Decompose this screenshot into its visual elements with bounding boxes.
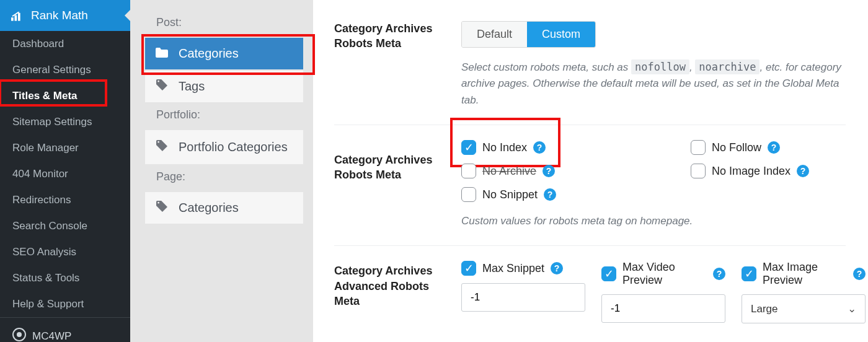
settings-sub-panel: Post: Categories Tags Portfolio: Portfol… bbox=[130, 0, 313, 342]
row-advanced-robots-meta: Category Archives Advanced Robots Meta ✓… bbox=[334, 246, 846, 340]
wp-admin-sidebar: Rank Math Dashboard General Settings Tit… bbox=[0, 0, 130, 342]
checkbox-icon: ✓ bbox=[461, 140, 476, 155]
tab-tags[interactable]: Tags bbox=[145, 71, 303, 102]
setting-description: Custom values for robots meta tag on hom… bbox=[461, 213, 846, 229]
help-icon[interactable]: ? bbox=[853, 268, 866, 280]
setting-label: Category Archives Robots Meta bbox=[334, 21, 443, 51]
setting-description: Select custom robots meta, such as nofol… bbox=[461, 59, 846, 108]
folder-icon bbox=[155, 46, 169, 61]
checkbox-icon bbox=[461, 187, 476, 202]
svg-rect-0 bbox=[11, 18, 14, 21]
code-noarchive: noarchive bbox=[695, 59, 760, 74]
seg-default[interactable]: Default bbox=[462, 22, 527, 47]
tag-icon bbox=[155, 201, 169, 215]
checkbox-nofollow[interactable]: No Follow ? bbox=[691, 140, 846, 155]
checkbox-nosnippet[interactable]: No Snippet ? bbox=[461, 187, 616, 202]
help-icon[interactable]: ? bbox=[533, 141, 546, 154]
sidebar-item-search-console[interactable]: Search Console bbox=[0, 213, 130, 239]
sidebar-header-label: Rank Math bbox=[31, 9, 88, 22]
tab-portfolio-categories[interactable]: Portfolio Categories bbox=[145, 130, 303, 164]
tab-page-categories[interactable]: Categories bbox=[145, 192, 303, 224]
checkbox-noimageindex[interactable]: No Image Index ? bbox=[691, 164, 846, 178]
mc4wp-icon bbox=[12, 328, 26, 342]
help-icon[interactable]: ? bbox=[544, 188, 556, 201]
chart-icon bbox=[11, 11, 25, 20]
help-icon[interactable]: ? bbox=[797, 165, 809, 177]
checkbox-icon: ✓ bbox=[742, 266, 756, 281]
robots-check-grid: ✓ No Index ? No Follow ? No Archive ? bbox=[461, 140, 846, 202]
code-nofollow: nofollow bbox=[631, 59, 689, 74]
sidebar-item-seo-analysis[interactable]: SEO Analysis bbox=[0, 239, 130, 265]
checkbox-icon: ✓ bbox=[601, 266, 616, 281]
col-max-snippet: ✓ Max Snippet ? bbox=[461, 261, 585, 312]
chevron-down-icon: ⌄ bbox=[848, 302, 856, 315]
sidebar-header-rankmath[interactable]: Rank Math bbox=[0, 0, 130, 31]
checkbox-noarchive[interactable]: No Archive ? bbox=[461, 164, 616, 178]
col-max-video: ✓ Max Video Preview ? bbox=[601, 261, 725, 323]
checkbox-max-image[interactable]: ✓ Max Image Preview ? bbox=[742, 261, 866, 287]
group-label-portfolio: Portfolio: bbox=[156, 108, 303, 121]
sidebar-item-status-tools[interactable]: Status & Tools bbox=[0, 265, 130, 291]
sidebar-item-help-support[interactable]: Help & Support bbox=[0, 291, 130, 317]
sidebar-item-404-monitor[interactable]: 404 Monitor bbox=[0, 161, 130, 187]
checkbox-noindex[interactable]: ✓ No Index ? bbox=[461, 140, 616, 155]
checkbox-icon bbox=[461, 164, 476, 178]
sidebar-item-titles-meta[interactable]: Titles & Meta bbox=[0, 83, 130, 109]
svg-rect-1 bbox=[14, 15, 17, 21]
help-icon[interactable]: ? bbox=[768, 141, 780, 154]
checkbox-icon bbox=[691, 140, 706, 155]
checkbox-icon bbox=[691, 164, 706, 178]
help-icon[interactable]: ? bbox=[551, 262, 563, 274]
help-icon[interactable]: ? bbox=[713, 268, 725, 280]
sidebar-item-redirections[interactable]: Redirections bbox=[0, 187, 130, 213]
sidebar-item-general-settings[interactable]: General Settings bbox=[0, 57, 130, 83]
tab-categories[interactable]: Categories bbox=[145, 38, 303, 69]
sidebar-item-dashboard[interactable]: Dashboard bbox=[0, 31, 130, 57]
svg-rect-2 bbox=[18, 13, 20, 21]
sidebar-item-mc4wp[interactable]: MC4WP bbox=[0, 317, 130, 342]
sidebar-item-sitemap[interactable]: Sitemap Settings bbox=[0, 109, 130, 135]
col-max-image: ✓ Max Image Preview ? Large ⌄ bbox=[742, 261, 866, 323]
group-label-post: Post: bbox=[156, 16, 303, 29]
checkbox-max-video[interactable]: ✓ Max Video Preview ? bbox=[601, 261, 725, 287]
robots-meta-segmented: Default Custom bbox=[461, 21, 596, 48]
tag-icon bbox=[155, 79, 169, 94]
help-icon[interactable]: ? bbox=[542, 165, 555, 177]
sidebar-item-role-manager[interactable]: Role Manager bbox=[0, 135, 130, 161]
tag-icon bbox=[155, 139, 169, 156]
checkbox-icon: ✓ bbox=[461, 261, 476, 276]
input-max-video[interactable] bbox=[601, 294, 725, 323]
seg-custom[interactable]: Custom bbox=[527, 22, 595, 47]
input-max-snippet[interactable] bbox=[461, 283, 585, 312]
setting-label: Category Archives Robots Meta bbox=[334, 140, 443, 183]
svg-point-4 bbox=[17, 332, 22, 337]
row-robots-meta-options: Category Archives Robots Meta ✓ No Index… bbox=[334, 125, 846, 246]
settings-main: Category Archives Robots Meta Default Cu… bbox=[313, 0, 868, 342]
checkbox-max-snippet[interactable]: ✓ Max Snippet ? bbox=[461, 261, 585, 276]
row-robots-meta-select: Category Archives Robots Meta Default Cu… bbox=[334, 14, 846, 125]
group-label-page: Page: bbox=[156, 170, 303, 183]
select-max-image[interactable]: Large ⌄ bbox=[742, 294, 866, 323]
setting-label: Category Archives Advanced Robots Meta bbox=[334, 261, 443, 309]
